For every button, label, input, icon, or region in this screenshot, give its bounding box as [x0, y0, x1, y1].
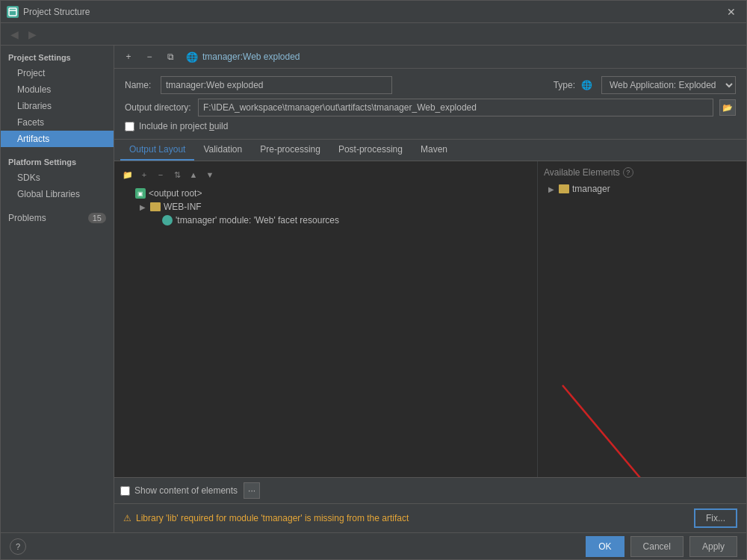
- more-button[interactable]: ···: [244, 482, 260, 499]
- include-build-row: Include in project build: [125, 121, 736, 131]
- copy-artifact-button[interactable]: ⧉: [162, 49, 179, 65]
- available-elements-header: Available Elements ?: [544, 167, 740, 178]
- name-label: Name:: [125, 80, 155, 90]
- project-structure-window: Project Structure ✕ ◀ ▶ Project Settings…: [0, 0, 747, 560]
- platform-settings-header: Platform Settings: [1, 153, 114, 169]
- cancel-button[interactable]: Cancel: [630, 536, 684, 557]
- nav-bar: ◀ ▶: [1, 23, 746, 46]
- include-build-underline: b: [209, 121, 214, 131]
- tab-validation[interactable]: Validation: [194, 140, 251, 161]
- status-warning: ⚠ Library 'lib' required for module 'tma…: [123, 513, 409, 523]
- browse-button[interactable]: 📂: [719, 99, 736, 116]
- annotation-arrow: [353, 363, 537, 477]
- output-dir-row: Output directory: 📂: [125, 99, 736, 116]
- sidebar-item-project[interactable]: Project: [1, 65, 114, 81]
- tree-toolbar: 📁 + − ⇅ ▲ ▼: [120, 167, 531, 182]
- web-inf-chevron-icon: ▶: [138, 203, 147, 211]
- sidebar-item-sdks[interactable]: SDKs: [1, 169, 114, 186]
- sidebar-item-global-libraries[interactable]: Global Libraries: [1, 186, 114, 202]
- title-bar-left: Project Structure: [7, 6, 90, 18]
- add-artifact-button[interactable]: +: [120, 49, 137, 65]
- output-dir-label: Output directory:: [125, 102, 192, 113]
- artifact-type-icon: 🌐: [186, 52, 198, 63]
- project-settings-header: Project Settings: [1, 49, 114, 65]
- tab-pre-processing[interactable]: Pre-processing: [251, 140, 329, 161]
- type-label: Type:: [554, 80, 575, 90]
- output-tree: 📁 + − ⇅ ▲ ▼ ▣ <output root>: [114, 161, 537, 477]
- available-tree-item-tmanager[interactable]: ▶ tmanager: [544, 182, 740, 196]
- available-elements-panel: Available Elements ? ▶ tmanager: [537, 161, 746, 477]
- name-input[interactable]: [161, 76, 392, 94]
- status-bar: ⚠ Library 'lib' required for module 'tma…: [114, 503, 746, 532]
- platform-settings-section: Platform Settings SDKs Global Libraries: [1, 153, 114, 202]
- app-icon: [7, 6, 19, 18]
- include-build-label: Include in project build: [139, 121, 228, 131]
- close-button[interactable]: ✕: [722, 4, 740, 19]
- tree-folder-btn[interactable]: 📁: [120, 167, 135, 182]
- window-title: Project Structure: [23, 7, 90, 17]
- tree-remove-btn[interactable]: −: [153, 167, 168, 182]
- tree-item-web-inf[interactable]: ▶ WEB-INF: [120, 200, 531, 214]
- tmanager-folder-icon: [559, 184, 569, 193]
- remove-artifact-button[interactable]: −: [141, 49, 158, 65]
- web-inf-folder-icon: [150, 202, 161, 211]
- help-button[interactable]: ?: [10, 538, 26, 555]
- tree-item-tmanager-module[interactable]: 'tmanager' module: 'Web' facet resources: [120, 214, 531, 227]
- tab-output-layout[interactable]: Output Layout: [120, 140, 194, 161]
- warning-icon: ⚠: [123, 513, 131, 523]
- tree-sort-btn[interactable]: ⇅: [170, 167, 185, 182]
- tree-down-btn[interactable]: ▼: [202, 167, 217, 182]
- content-area: 📁 + − ⇅ ▲ ▼ ▣ <output root>: [114, 161, 746, 477]
- type-icon: 🌐: [581, 80, 592, 90]
- output-root-icon: ▣: [135, 188, 146, 199]
- name-section: Name:: [125, 76, 542, 94]
- show-content-row: Show content of elements: [120, 485, 238, 496]
- name-type-row: Name: Type: 🌐 Web Application: Exploded: [125, 76, 736, 94]
- forward-button[interactable]: ▶: [25, 27, 40, 42]
- tree-item-output-root[interactable]: ▣ <output root>: [120, 187, 531, 200]
- settings-panel: Name: Type: 🌐 Web Application: Exploded: [114, 69, 746, 140]
- sidebar-item-libraries[interactable]: Libraries: [1, 98, 114, 114]
- sidebar-item-problems[interactable]: Problems 15: [1, 208, 114, 228]
- fix-button[interactable]: Fix...: [694, 508, 737, 528]
- type-select[interactable]: Web Application: Exploded: [601, 76, 736, 94]
- tabs-bar: Output Layout Validation Pre-processing …: [114, 140, 746, 161]
- back-button[interactable]: ◀: [7, 27, 22, 42]
- ok-button[interactable]: OK: [586, 536, 624, 557]
- available-help-icon[interactable]: ?: [623, 167, 633, 178]
- artifact-name: tmanager:Web exploded: [202, 52, 300, 62]
- artifact-list-item[interactable]: 🌐 tmanager:Web exploded: [186, 52, 300, 63]
- artifact-list-toolbar: + − ⧉ 🌐 tmanager:Web exploded: [114, 46, 746, 69]
- main-content: Project Settings Project Modules Librari…: [1, 46, 746, 532]
- tab-post-processing[interactable]: Post-processing: [329, 140, 412, 161]
- title-bar: Project Structure ✕: [1, 1, 746, 23]
- show-content-checkbox[interactable]: [120, 486, 130, 496]
- right-panel: + − ⧉ 🌐 tmanager:Web exploded Name:: [114, 46, 746, 532]
- sidebar-item-facets[interactable]: Facets: [1, 114, 114, 131]
- bottom-toolbar: Show content of elements ···: [114, 477, 746, 503]
- tab-maven[interactable]: Maven: [412, 140, 456, 161]
- output-dir-input[interactable]: [198, 99, 713, 116]
- type-section: Type: 🌐 Web Application: Exploded: [554, 76, 736, 94]
- sidebar: Project Settings Project Modules Librari…: [1, 46, 114, 532]
- tmanager-chevron-icon: ▶: [547, 185, 556, 193]
- module-facet-icon: [162, 215, 173, 225]
- include-build-checkbox[interactable]: [125, 122, 134, 131]
- footer-bar: ? OK Cancel Apply: [1, 532, 746, 559]
- svg-rect-0: [9, 8, 16, 16]
- sidebar-item-artifacts[interactable]: Artifacts: [1, 131, 114, 147]
- tree-up-btn[interactable]: ▲: [186, 167, 201, 182]
- sidebar-item-modules[interactable]: Modules: [1, 81, 114, 98]
- apply-button[interactable]: Apply: [689, 536, 737, 557]
- tree-add-btn[interactable]: +: [137, 167, 152, 182]
